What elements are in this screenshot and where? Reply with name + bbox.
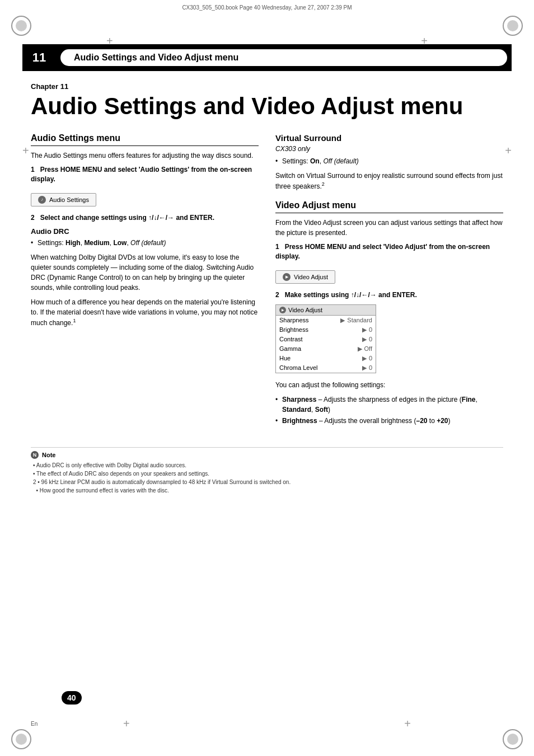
chapter-number: 11 — [22, 46, 56, 69]
step2-text: Select and change settings using ↑/↓/←/→… — [40, 214, 214, 222]
page-number-box: 40 — [62, 691, 82, 705]
audio-settings-section-title: Audio Settings menu — [31, 133, 259, 146]
crosshair-right-mid: + — [505, 144, 512, 157]
footnote-header: N Note — [31, 451, 503, 459]
row-contrast-arrow: ▶ — [362, 336, 367, 343]
audio-settings-icon — [38, 196, 46, 204]
chapter-header-title: Audio Settings and Video Adjust menu — [60, 49, 507, 66]
table-row: Hue ▶ 0 — [276, 354, 376, 363]
step1-text: Press HOME MENU and select 'Audio Settin… — [31, 166, 252, 183]
video-adjust-table: Video Adjust Sharpness ▶ Standard Bright… — [275, 304, 376, 373]
corner-decoration-tr — [503, 16, 523, 36]
footnote-text: • Audio DRC is only effective with Dolby… — [31, 461, 503, 495]
table-row: Chroma Level ▶ 0 — [276, 363, 376, 373]
left-column: Audio Settings menu The Audio Settings m… — [31, 133, 259, 332]
row-hue-name: Hue — [279, 355, 360, 362]
audio-settings-intro: The Audio Settings menu offers features … — [31, 151, 259, 161]
crosshair-top-right: + — [421, 35, 428, 48]
cx303-only-label: CX303 only — [275, 144, 503, 154]
corner-decoration-br — [503, 729, 523, 749]
video-settings-bullets: Sharpness – Adjusts the sharpness of edg… — [275, 395, 503, 426]
virtual-surround-description: Switch on Virtual Surround to enjoy real… — [275, 171, 503, 191]
table-row: Gamma ▶ Off — [276, 344, 376, 354]
virtual-surround-settings-list: Settings: On, Off (default) — [275, 156, 503, 166]
audio-drc-settings: Settings: High, Medium, Low, Off (defaul… — [31, 238, 259, 248]
video-adjust-button-label: Video Adjust — [294, 274, 328, 280]
row-chroma-name: Chroma Level — [279, 364, 360, 372]
audio-drc-settings-list: Settings: High, Medium, Low, Off (defaul… — [31, 238, 259, 248]
two-column-layout: Audio Settings menu The Audio Settings m… — [31, 133, 503, 430]
row-brightness-arrow: ▶ — [362, 326, 367, 334]
video-step2-text: Make settings using ↑/↓/←/→ and ENTER. — [285, 291, 417, 299]
following-settings-label: You can adjust the following settings: — [275, 380, 503, 390]
video-step1-number: 1 — [275, 243, 283, 251]
corner-decoration-bl — [11, 729, 31, 749]
note-icon: N — [31, 451, 39, 459]
crosshair-bottom-right: + — [404, 717, 411, 730]
row-sharpness-arrow: ▶ — [340, 317, 345, 324]
row-sharpness-value: Standard — [347, 317, 372, 324]
video-adjust-section-title: Video Adjust menu — [275, 200, 503, 213]
footnote-item-3: 2 • 96 kHz Linear PCM audio is automatic… — [33, 478, 503, 486]
crosshair-left-mid: + — [22, 144, 29, 157]
row-gamma-arrow: ▶ — [358, 345, 362, 353]
video-adjust-button: Video Adjust — [275, 270, 335, 284]
bullet-sharpness: Sharpness – Adjusts the sharpness of edg… — [275, 395, 503, 415]
video-table-header: Video Adjust — [276, 305, 376, 316]
bullet-brightness: Brightness – Adjusts the overall brightn… — [275, 416, 503, 426]
row-hue-value: 0 — [369, 355, 372, 362]
footnote-section: N Note • Audio DRC is only effective wit… — [31, 447, 503, 495]
row-gamma-value: Off — [364, 345, 372, 353]
footnote-item-2: • The effect of Audio DRC also depends o… — [33, 469, 503, 478]
step2-instruction: 2 Select and change settings using ↑/↓/←… — [31, 213, 259, 223]
content-area: Chapter 11 Audio Settings and Video Adju… — [31, 82, 503, 495]
chapter-header-bar: 11 Audio Settings and Video Adjust menu — [22, 44, 512, 71]
video-step2-instruction: 2 Make settings using ↑/↓/←/→ and ENTER. — [275, 290, 503, 300]
video-adjust-icon — [283, 273, 291, 281]
page-number-area: 40 En — [31, 720, 38, 727]
page: + + + + + + CX303_505_500.book Page 40 W… — [0, 4, 534, 756]
row-chroma-value: 0 — [369, 364, 372, 372]
note-label: Note — [42, 452, 55, 458]
video-table-icon — [279, 307, 286, 313]
audio-drc-para1: When watching Dolby Digital DVDs at low … — [31, 252, 259, 293]
virtual-surround-title: Virtual Surround — [275, 133, 503, 143]
video-adjust-intro: From the Video Adjust screen you can adj… — [275, 218, 503, 238]
audio-drc-para2: How much of a difference you hear depend… — [31, 297, 259, 328]
virtual-surround-settings: Settings: On, Off (default) — [275, 156, 503, 166]
row-contrast-value: 0 — [369, 336, 372, 343]
video-step1-text: Press HOME MENU and select 'Video Adjust… — [275, 243, 490, 260]
video-step1-instruction: 1 Press HOME MENU and select 'Video Adju… — [275, 242, 503, 261]
crosshair-top-left: + — [106, 35, 113, 48]
table-row: Brightness ▶ 0 — [276, 325, 376, 335]
chapter-label: Chapter 11 — [31, 82, 503, 91]
step1-number: 1 — [31, 166, 38, 173]
crosshair-bottom-left: + — [123, 717, 130, 730]
video-step2-number: 2 — [275, 291, 283, 299]
audio-drc-title: Audio DRC — [31, 227, 259, 236]
audio-settings-button: Audio Settings — [31, 193, 96, 206]
file-info: CX303_505_500.book Page 40 Wednesday, Ju… — [0, 4, 534, 11]
row-brightness-value: 0 — [369, 326, 372, 334]
corner-decoration-tl — [11, 16, 31, 36]
row-hue-arrow: ▶ — [362, 355, 367, 362]
step1-instruction: 1 Press HOME MENU and select 'Audio Sett… — [31, 165, 259, 184]
table-row: Sharpness ▶ Standard — [276, 316, 376, 325]
row-gamma-name: Gamma — [279, 345, 355, 353]
page-lang: En — [31, 721, 38, 727]
row-sharpness-name: Sharpness — [279, 317, 338, 324]
footnote-item-1: • Audio DRC is only effective with Dolby… — [33, 461, 503, 469]
chapter-title: Audio Settings and Video Adjust menu — [31, 93, 503, 120]
row-chroma-arrow: ▶ — [362, 364, 367, 372]
step2-number: 2 — [31, 214, 38, 222]
footnote-item-4: • How good the surround effect is varies… — [33, 486, 503, 495]
row-contrast-name: Contrast — [279, 336, 360, 343]
row-brightness-name: Brightness — [279, 326, 360, 334]
table-row: Contrast ▶ 0 — [276, 335, 376, 344]
audio-settings-button-label: Audio Settings — [49, 196, 89, 203]
right-column: Virtual Surround CX303 only Settings: On… — [275, 133, 503, 430]
video-table-title: Video Adjust — [288, 307, 322, 313]
